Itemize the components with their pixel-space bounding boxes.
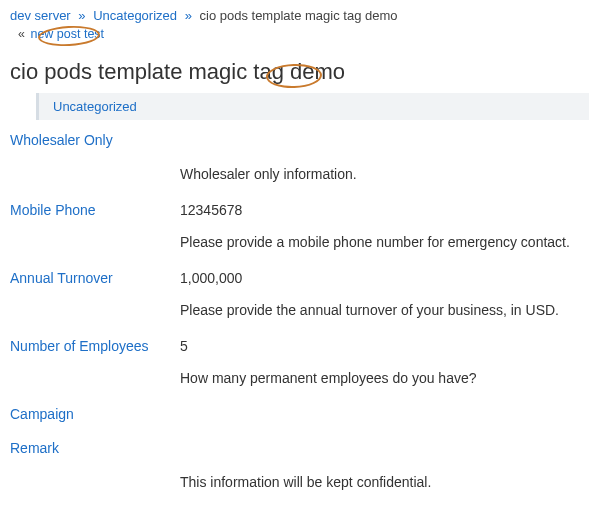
prev-post-link[interactable]: new post test [30,27,104,41]
field-label-mobile[interactable]: Mobile Phone [10,202,180,218]
field-desc-remark: This information will be kept confidenti… [180,474,589,490]
breadcrumb: dev server » Uncategorized » cio pods te… [0,0,599,25]
prev-arrow: « [18,27,25,41]
category-bar: Uncategorized [36,93,589,120]
field-label-wholesaler[interactable]: Wholesaler Only [10,132,589,148]
field-value-mobile: 12345678 [180,202,242,218]
field-desc-mobile: Please provide a mobile phone number for… [180,234,589,250]
field-desc-turnover: Please provide the annual turnover of yo… [180,302,589,318]
breadcrumb-sep: » [78,8,85,23]
breadcrumb-home[interactable]: dev server [10,8,71,23]
field-label-campaign[interactable]: Campaign [10,406,589,422]
field-label-employees[interactable]: Number of Employees [10,338,180,354]
field-desc-employees: How many permanent employees do you have… [180,370,589,386]
breadcrumb-current: cio pods template magic tag demo [200,8,398,23]
breadcrumb-category[interactable]: Uncategorized [93,8,177,23]
field-value-employees: 5 [180,338,188,354]
field-label-remark[interactable]: Remark [10,440,589,456]
field-desc-wholesaler: Wholesaler only information. [180,166,589,182]
page-title: cio pods template magic tag demo [0,55,599,93]
content-area: Wholesaler Only Wholesaler only informat… [0,120,599,490]
breadcrumb-sep: » [185,8,192,23]
field-label-turnover[interactable]: Annual Turnover [10,270,180,286]
prev-post-nav: « new post test [0,25,599,55]
field-value-turnover: 1,000,000 [180,270,242,286]
category-link[interactable]: Uncategorized [53,99,137,114]
